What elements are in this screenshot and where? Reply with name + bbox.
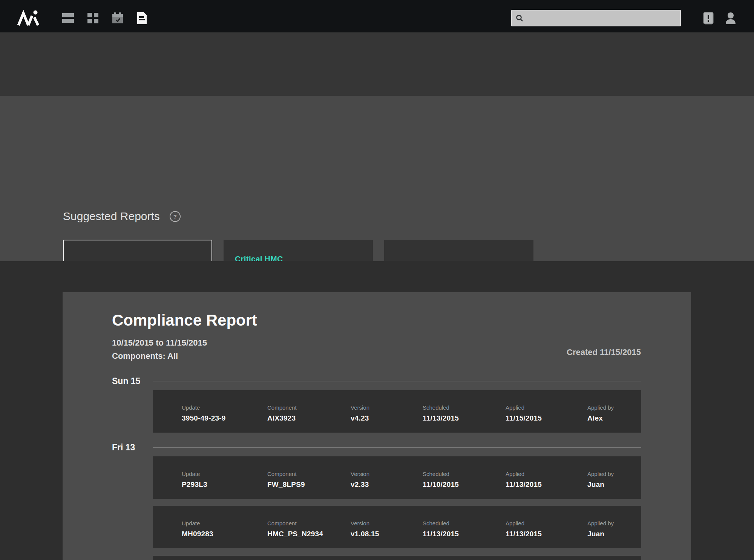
cell-component: Component FW_8LPS9 [267, 471, 351, 499]
suggested-reports-band: Suggested Reports ? Recent Activity This… [0, 96, 754, 261]
day-divider-line [153, 447, 641, 448]
rows-view-icon[interactable] [62, 13, 74, 23]
page-header-band: Report Download Report [0, 32, 754, 96]
suggested-reports-header: Suggested Reports ? [63, 210, 181, 223]
cell-component: Component HMC_PS_N2934 [267, 520, 351, 548]
cell-update: Update MH09283 [182, 520, 267, 548]
search-input[interactable] [526, 14, 676, 23]
calendar-icon[interactable] [112, 12, 123, 24]
cell-update: Update P293L3 [182, 471, 267, 499]
brand-logo-icon[interactable] [17, 9, 40, 27]
cell-update: Update 3950-49-23-9 [182, 404, 267, 433]
day-group-header: Fri 13 [112, 442, 641, 452]
report-results-band: Compliance Report 10/15/2015 to 11/15/20… [0, 261, 754, 560]
report-title: Compliance Report [63, 292, 691, 329]
cell-scheduled: Scheduled 11/13/2015 [423, 520, 506, 548]
cell-scheduled: Scheduled 11/13/2015 [423, 404, 506, 433]
table-row: Update 3950-49-23-9 Component AIX3923 Ve… [153, 390, 641, 433]
report-date-range: 10/15/2015 to 11/15/2015 [112, 338, 691, 348]
notifications-icon[interactable] [703, 12, 714, 24]
day-label: Sun 15 [112, 376, 153, 386]
navbar-right-group [511, 10, 736, 26]
table-row: Update P293L3 Component FW_8LPS9 Version… [153, 456, 641, 499]
cell-version: Version v1.08.15 [351, 520, 423, 548]
cell-version: Version v2.33 [351, 471, 423, 499]
grid-view-icon[interactable] [87, 13, 98, 23]
table-row: Update MH09283 Component HMC_PS_N2934 Ve… [153, 506, 641, 548]
day-divider-line [153, 381, 641, 381]
cell-component: Component AIX3923 [267, 404, 351, 433]
cell-applied: Applied 11/13/2015 [506, 471, 587, 499]
suggested-reports-heading: Suggested Reports [63, 210, 160, 223]
cell-applied-by: Applied by Alex [587, 404, 641, 433]
cell-applied-by: Applied by Juan [587, 471, 641, 499]
search-icon [516, 14, 523, 22]
search-bar[interactable] [511, 10, 681, 26]
report-day-groups: Sun 15 Update 3950-49-23-9 Component AIX… [63, 376, 691, 560]
cell-applied: Applied 11/15/2015 [506, 404, 587, 433]
user-icon[interactable] [725, 12, 736, 24]
report-document-icon[interactable] [137, 12, 147, 24]
cell-applied-by: Applied by Juan [587, 520, 641, 548]
day-group-header: Sun 15 [112, 376, 641, 386]
cell-scheduled: Scheduled 11/10/2015 [423, 471, 506, 499]
table-row-partial [153, 556, 641, 560]
compliance-report-card: Compliance Report 10/15/2015 to 11/15/20… [63, 292, 691, 560]
top-navbar [0, 0, 754, 32]
primary-nav [62, 12, 147, 24]
app-window: Report Download Report Suggested Reports… [0, 0, 754, 560]
cell-applied: Applied 11/13/2015 [506, 520, 587, 548]
report-created-date: Created 11/15/2015 [567, 347, 641, 357]
cell-version: Version v4.23 [351, 404, 423, 433]
help-icon[interactable]: ? [170, 211, 181, 222]
day-label: Fri 13 [112, 442, 153, 453]
